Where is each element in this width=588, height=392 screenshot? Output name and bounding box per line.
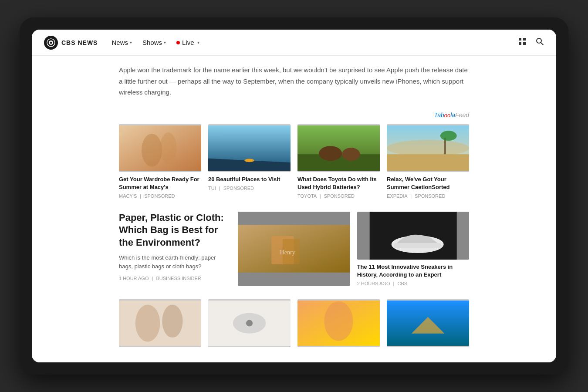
featured-desc: Which is the most earth-friendly: paper … bbox=[119, 253, 231, 272]
sponsored-card-meta-2: TOYOTA | SPONSORED bbox=[297, 193, 380, 199]
live-dot bbox=[176, 41, 180, 44]
sponsored-card-3[interactable]: Relax, We've Got Your Summer CaetionSort… bbox=[387, 124, 469, 199]
bottom-grid bbox=[119, 299, 469, 347]
live-arrow: ▾ bbox=[197, 40, 199, 45]
bottom-card-0[interactable] bbox=[119, 299, 201, 347]
logo-text: CBS NEWS bbox=[61, 39, 98, 46]
featured-row: Paper, Plastic or Cloth: Which Bag is Be… bbox=[119, 212, 469, 286]
svg-point-10 bbox=[142, 133, 162, 166]
featured-article[interactable]: Paper, Plastic or Cloth: Which Bag is Be… bbox=[119, 212, 231, 281]
svg-point-33 bbox=[162, 305, 182, 338]
search-icon[interactable] bbox=[535, 37, 544, 48]
nav-items: News ▾ Shows ▾ Live ▾ bbox=[112, 39, 199, 46]
svg-rect-3 bbox=[519, 38, 521, 41]
svg-point-32 bbox=[135, 305, 160, 342]
sponsored-card-meta-0: MACY'S | SPONSORED bbox=[119, 193, 201, 199]
news-arrow: ▾ bbox=[130, 40, 132, 45]
svg-rect-30 bbox=[393, 243, 441, 248]
svg-rect-4 bbox=[523, 38, 526, 41]
sponsored-card-title-0: Get Your Wardrobe Ready For Summer at Ma… bbox=[119, 176, 201, 191]
bottom-thumb-1 bbox=[208, 299, 291, 347]
bottom-thumb-2 bbox=[297, 299, 380, 347]
article-body: Apple won the trademark for the name ear… bbox=[119, 64, 469, 98]
side-card-title: The 11 Most Innovative Sneakers in Histo… bbox=[357, 263, 469, 279]
sponsored-card-title-3: Relax, We've Got Your Summer CaetionSort… bbox=[387, 176, 469, 191]
svg-point-14 bbox=[244, 159, 254, 162]
taboola-label: TaboolaFeed bbox=[119, 111, 469, 119]
navbar: CBS NEWS News ▾ Shows ▾ Live ▾ bbox=[32, 30, 556, 56]
bottom-thumb-0 bbox=[119, 299, 201, 347]
featured-title: Paper, Plastic or Cloth: Which Bag is Be… bbox=[119, 212, 231, 249]
nav-shows[interactable]: Shows ▾ bbox=[142, 39, 166, 46]
sponsored-thumb-1 bbox=[208, 124, 291, 172]
svg-text:Henry: Henry bbox=[280, 249, 296, 256]
featured-main-img[interactable]: Henry bbox=[238, 212, 350, 286]
svg-point-18 bbox=[342, 148, 360, 161]
sponsored-thumb-3 bbox=[387, 124, 469, 172]
device-frame: CBS NEWS News ▾ Shows ▾ Live ▾ bbox=[20, 17, 568, 375]
grid-icon[interactable] bbox=[518, 37, 527, 48]
sponsored-card-2[interactable]: What Does Toyota Do with Its Used Hybrid… bbox=[297, 124, 380, 199]
sponsored-card-meta-3: EXPEDIA | SPONSORED bbox=[387, 193, 469, 199]
sponsored-thumb-2 bbox=[297, 124, 380, 172]
content-area: Apple won the trademark for the name ear… bbox=[32, 56, 556, 362]
sponsored-card-0[interactable]: Get Your Wardrobe Ready For Summer at Ma… bbox=[119, 124, 201, 199]
featured-side-card[interactable]: The 11 Most Innovative Sneakers in Histo… bbox=[357, 212, 469, 286]
svg-line-8 bbox=[541, 43, 543, 45]
svg-point-23 bbox=[440, 131, 457, 141]
svg-point-20 bbox=[387, 140, 469, 156]
sponsored-card-1[interactable]: 20 Beautiful Places to Visit TUI | SPONS… bbox=[208, 124, 291, 199]
sponsored-card-title-2: What Does Toyota Do with Its Used Hybrid… bbox=[297, 176, 380, 191]
featured-meta: 1 HOUR AGO | BUSINESS INSIDER bbox=[119, 276, 231, 281]
bottom-card-2[interactable] bbox=[297, 299, 380, 347]
svg-point-2 bbox=[50, 41, 52, 44]
shows-arrow: ▾ bbox=[164, 40, 166, 45]
nav-right bbox=[518, 37, 544, 48]
sponsored-grid: Get Your Wardrobe Ready For Summer at Ma… bbox=[119, 124, 469, 199]
sneakers-thumb bbox=[357, 212, 469, 260]
taboola-brand: Taboola bbox=[434, 112, 455, 118]
svg-point-36 bbox=[246, 320, 253, 327]
sponsored-thumb-0 bbox=[119, 124, 201, 172]
bottom-card-1[interactable] bbox=[208, 299, 291, 347]
screen: CBS NEWS News ▾ Shows ▾ Live ▾ bbox=[32, 30, 556, 362]
svg-rect-6 bbox=[523, 42, 526, 45]
bottom-card-3[interactable] bbox=[387, 299, 469, 347]
svg-point-38 bbox=[324, 301, 353, 341]
cbs-logo-icon bbox=[44, 36, 58, 50]
logo[interactable]: CBS NEWS bbox=[44, 36, 98, 50]
nav-news[interactable]: News ▾ bbox=[112, 39, 132, 46]
sponsored-card-title-1: 20 Beautiful Places to Visit bbox=[208, 176, 291, 183]
nav-live[interactable]: Live ▾ bbox=[176, 39, 199, 46]
svg-point-17 bbox=[319, 146, 342, 161]
sponsored-card-meta-1: TUI | SPONSORED bbox=[208, 186, 291, 191]
side-card-meta: 2 HOURS AGO | CBS bbox=[357, 281, 469, 286]
svg-rect-5 bbox=[519, 42, 521, 45]
taboola-feed: Feed bbox=[455, 112, 469, 118]
bottom-thumb-3 bbox=[387, 299, 469, 347]
svg-point-11 bbox=[160, 132, 177, 164]
svg-rect-21 bbox=[387, 154, 469, 171]
